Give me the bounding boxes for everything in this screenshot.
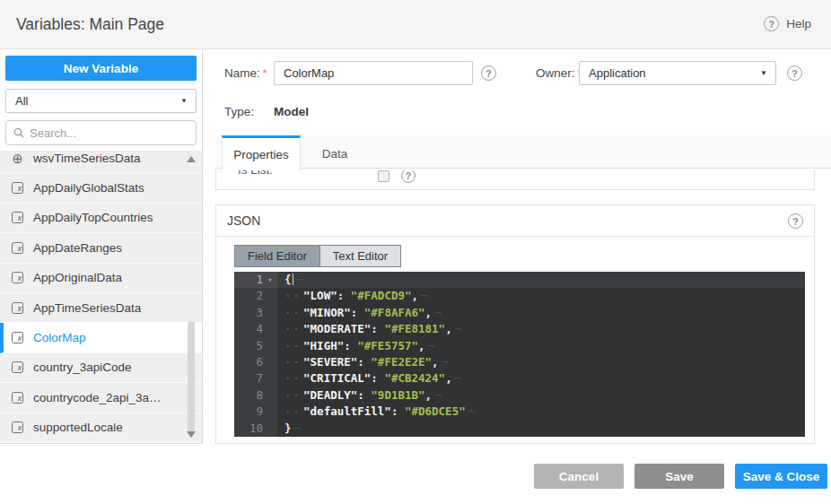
chevron-down-icon: ▼ (760, 69, 767, 77)
line-gutter: 10 (234, 421, 277, 437)
type-label: Type: (224, 105, 254, 118)
filter-value: All (15, 94, 28, 108)
json-section-header: JSON ? (216, 205, 814, 237)
line-gutter: 5 (234, 338, 277, 354)
line-gutter: 7 (234, 370, 277, 387)
variable-list-item[interactable]: x AppTimeSeriesData (0, 293, 202, 323)
globe-icon: ⊕ (12, 152, 23, 164)
field-editor-button[interactable]: Field Editor (235, 246, 320, 266)
variable-list-viewport: ⊕ wsvTimeSeriesData x AppDailyGlobalStat… (0, 151, 202, 443)
owner-value: Application (589, 66, 646, 80)
line-code: ··"defaultFill": "#D6DCE5"¬ (277, 404, 805, 420)
text-cursor (293, 274, 294, 285)
variable-name: countrycode_2api_3a… (33, 391, 162, 404)
variable-icon: x (12, 182, 23, 194)
variable-name: supportedLocale (33, 421, 123, 434)
owner-select[interactable]: Application ▼ (579, 61, 776, 85)
line-code: ··"SEVERE": "#FE2E2E",¬ (277, 354, 805, 370)
variable-list-item[interactable]: x AppDailyGlobalStats (0, 173, 202, 203)
new-variable-button[interactable]: New Variable (5, 56, 197, 81)
variable-icon: x (12, 332, 23, 343)
save-and-close-button[interactable]: Save & Close (735, 464, 827, 489)
page-header: Variables: Main Page ? Help (0, 0, 831, 49)
line-code: ··"CRITICAL": "#CB2424",¬ (277, 370, 805, 387)
variable-filter-dropdown[interactable]: All ▼ (5, 89, 197, 113)
required-asterisk: * (263, 67, 267, 80)
line-code: ··"HIGH": "#FE5757",¬ (277, 338, 805, 354)
line-gutter: 9 (234, 404, 277, 420)
line-gutter: 1▾ (234, 272, 277, 288)
json-help-icon[interactable]: ? (788, 213, 803, 229)
text-editor-button[interactable]: Text Editor (320, 246, 400, 266)
code-line: 6 ··"SEVERE": "#FE2E2E",¬ (234, 354, 805, 370)
variable-icon: x (12, 421, 23, 433)
code-line: 9 ··"defaultFill": "#D6DCE5"¬ (234, 404, 805, 420)
name-input[interactable] (274, 61, 473, 85)
variable-icon: x (12, 242, 23, 254)
line-gutter: 6 (234, 354, 277, 370)
variable-name: AppDailyTopCountries (33, 211, 153, 224)
variable-list-item[interactable]: x supportedLocale (0, 413, 202, 443)
line-number: 10 (249, 421, 263, 435)
line-gutter: 8 (234, 387, 277, 404)
line-number: 2 (256, 289, 263, 302)
variable-icon: x (12, 302, 23, 314)
tab-data[interactable]: Data (302, 138, 367, 169)
name-help-icon[interactable]: ? (481, 65, 496, 81)
owner-help-icon[interactable]: ? (787, 65, 802, 81)
variable-list-item[interactable]: x country_3apiCode (0, 353, 202, 383)
tab-properties[interactable]: Properties (222, 135, 301, 170)
variable-name: AppDateRanges (33, 241, 122, 255)
is-list-label: Is List: (238, 170, 273, 177)
variable-name: AppTimeSeriesData (33, 301, 141, 315)
line-gutter: 2 (234, 288, 277, 304)
variable-list-item[interactable]: x countrycode_2api_3a… (0, 383, 202, 413)
json-code-editor[interactable]: 1▾ {¬ 2 ··"LOW": "#FADCD9",¬ 3 ··"MINOR"… (234, 272, 805, 437)
cancel-button[interactable]: Cancel (534, 464, 624, 489)
line-number: 3 (256, 306, 263, 319)
help-label: Help (786, 17, 811, 30)
code-line: 8 ··"DEADLY": "9D1B1B",¬ (234, 387, 805, 404)
line-number: 1 (256, 273, 263, 286)
json-section: JSON ? Field Editor Text Editor 1▾ {¬ 2 … (215, 204, 815, 444)
is-list-checkbox[interactable] (378, 170, 389, 182)
search-box[interactable] (5, 120, 197, 145)
variable-list-item[interactable]: x AppDailyTopCountries (0, 204, 202, 233)
help-button[interactable]: ? Help (764, 16, 811, 31)
search-input[interactable] (30, 126, 182, 140)
editor-mode-toggle: Field Editor Text Editor (234, 245, 401, 267)
main-panel: Name:* ? Owner:* Application ▼ ? Type: M… (215, 49, 831, 504)
code-line: 5 ··"HIGH": "#FE5757",¬ (234, 338, 805, 354)
list-scrollbar[interactable] (185, 153, 197, 440)
line-code: }¬ (277, 421, 805, 437)
line-number: 7 (256, 371, 263, 385)
variable-list-item[interactable]: x AppDateRanges (0, 233, 202, 263)
type-value: Model (274, 105, 309, 118)
scroll-down-icon[interactable] (187, 431, 196, 438)
is-list-help-icon[interactable]: ? (401, 170, 416, 183)
line-gutter: 4 (234, 321, 277, 337)
scrollbar-thumb[interactable] (188, 321, 195, 434)
code-line: 10 }¬ (234, 421, 805, 437)
chevron-down-icon: ▼ (180, 97, 188, 105)
line-code: ··"MODERATE": "#FE8181",¬ (277, 321, 805, 337)
owner-label: Owner:* (536, 66, 582, 80)
variable-list-item[interactable]: ⊕ wsvTimeSeriesData (0, 151, 202, 173)
code-line: 3 ··"MINOR": "#F8AFA6",¬ (234, 305, 805, 321)
code-line: 1▾ {¬ (234, 272, 805, 288)
code-line: 2 ··"LOW": "#FADCD9",¬ (234, 288, 805, 304)
code-line: 7 ··"CRITICAL": "#CB2424",¬ (234, 370, 805, 387)
variable-list-item[interactable]: x ColorMap (0, 323, 202, 352)
save-button[interactable]: Save (634, 464, 724, 489)
line-code: ··"DEADLY": "9D1B1B",¬ (277, 387, 805, 404)
sidebar: New Variable All ▼ ⊕ wsvTimeSeriesData x… (0, 49, 203, 444)
help-icon: ? (764, 16, 779, 31)
fold-arrow-icon[interactable]: ▾ (265, 272, 276, 288)
scroll-up-icon[interactable] (187, 156, 196, 162)
variable-icon: x (12, 361, 23, 373)
line-number: 8 (256, 388, 263, 402)
json-section-title: JSON (227, 213, 260, 228)
line-number: 6 (256, 355, 263, 369)
variable-list-item[interactable]: x AppOriginalData (0, 264, 202, 293)
code-lines: 1▾ {¬ 2 ··"LOW": "#FADCD9",¬ 3 ··"MINOR"… (234, 272, 805, 437)
